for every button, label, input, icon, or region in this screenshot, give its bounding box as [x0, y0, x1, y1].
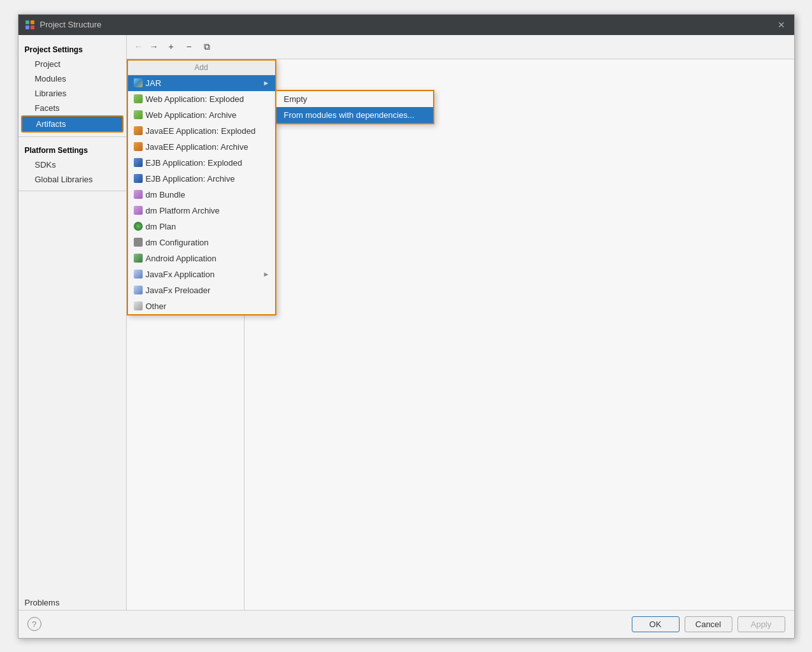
sidebar-item-facets[interactable]: Facets — [21, 101, 124, 115]
left-panel: Add JAR ► Empty From modules with depend… — [127, 59, 245, 610]
dropdown-item-javafx-preloader[interactable]: JavaFx Preloader — [128, 282, 275, 298]
submenu-item-empty[interactable]: Empty — [276, 91, 433, 107]
svg-rect-3 — [31, 25, 34, 29]
add-button[interactable]: + — [164, 39, 179, 54]
window-title: Project Structure — [40, 20, 102, 29]
sidebar-item-modules[interactable]: Modules — [21, 71, 124, 86]
bottom-bar: ? OK Cancel Apply — [18, 610, 794, 638]
ejb-icon-1 — [133, 157, 143, 168]
project-structure-icon — [25, 20, 35, 30]
project-settings-label: Project Settings — [18, 43, 126, 57]
javaee-icon-1 — [133, 126, 143, 136]
dropdown-item-web-archive[interactable]: Web Application: Archive — [128, 107, 275, 123]
submenu-item-from-modules[interactable]: From modules with dependencies... — [276, 107, 433, 123]
sidebar-item-artifacts[interactable]: Artifacts — [21, 115, 124, 133]
javafx-icon-1 — [133, 269, 143, 279]
jar-submenu: Empty From modules with dependencies... — [275, 90, 434, 124]
dropdown-item-jar[interactable]: JAR ► Empty From modules with dependenci… — [128, 75, 275, 91]
sidebar: Project Settings Project Modules Librari… — [18, 35, 127, 610]
sidebar-divider — [18, 136, 126, 137]
sidebar-item-global-libraries[interactable]: Global Libraries — [21, 172, 124, 187]
dropdown-container: Add JAR ► Empty From modules with depend… — [127, 59, 276, 315]
submenu-arrow: ► — [263, 79, 270, 87]
android-icon — [133, 253, 143, 263]
dropdown-item-javaee-archive[interactable]: JavaEE Application: Archive — [128, 139, 275, 155]
svg-rect-0 — [25, 20, 29, 24]
dropdown-item-dm-platform-archive[interactable]: dm Platform Archive — [128, 203, 275, 219]
sidebar-item-problems[interactable]: Problems — [18, 593, 126, 610]
config-icon — [133, 237, 143, 247]
title-bar: Project Structure ✕ — [18, 15, 794, 35]
dropdown-item-javaee-exploded[interactable]: JavaEE Application: Exploded — [128, 123, 275, 139]
project-structure-dialog: Project Structure ✕ Project Settings Pro… — [18, 14, 795, 639]
javaee-icon-2 — [133, 141, 143, 152]
dropdown-item-ejb-exploded[interactable]: EJB Application: Exploded — [128, 155, 275, 171]
platform-settings-label: Platform Settings — [18, 141, 126, 157]
sidebar-item-sdks[interactable]: SDKs — [21, 157, 124, 172]
remove-button[interactable]: − — [182, 39, 197, 54]
main-area: ← → + − ⧉ Add — [127, 35, 794, 610]
add-dropdown-menu: Add JAR ► Empty From modules with depend… — [127, 59, 276, 315]
dropdown-item-dm-configuration[interactable]: dm Configuration — [128, 235, 275, 250]
back-button[interactable]: ← — [132, 40, 146, 53]
dm-icon-2 — [133, 205, 143, 215]
other-icon — [133, 301, 143, 311]
sidebar-divider-2 — [18, 191, 126, 191]
apply-button[interactable]: Apply — [737, 616, 785, 632]
copy-button[interactable]: ⧉ — [199, 39, 215, 54]
plan-icon — [133, 221, 143, 231]
ok-button[interactable]: OK — [632, 616, 680, 632]
forward-button[interactable]: → — [147, 40, 161, 53]
dropdown-item-javafx-application[interactable]: JavaFx Application ► — [128, 266, 275, 282]
dropdown-item-dm-plan[interactable]: dm Plan — [128, 219, 275, 235]
ejb-icon-2 — [133, 173, 143, 184]
toolbar: ← → + − ⧉ — [127, 35, 794, 59]
dropdown-header: Add — [128, 61, 275, 75]
dropdown-item-dm-bundle[interactable]: dm Bundle — [128, 187, 275, 203]
content-split: Add JAR ► Empty From modules with depend… — [127, 59, 794, 610]
right-panel — [245, 59, 794, 610]
close-button[interactable]: ✕ — [775, 18, 788, 31]
svg-rect-2 — [25, 25, 29, 29]
dialog-body: Project Settings Project Modules Librari… — [18, 35, 794, 610]
nav-arrows: ← → — [132, 40, 161, 53]
web-icon-2 — [133, 110, 143, 120]
dropdown-item-ejb-archive[interactable]: EJB Application: Archive — [128, 171, 275, 187]
help-button[interactable]: ? — [27, 617, 41, 631]
svg-rect-1 — [31, 20, 34, 24]
dropdown-item-other[interactable]: Other — [128, 298, 275, 314]
sidebar-item-libraries[interactable]: Libraries — [21, 86, 124, 101]
web-icon-1 — [133, 94, 143, 104]
sidebar-item-project[interactable]: Project — [21, 57, 124, 71]
dm-icon-1 — [133, 189, 143, 199]
cancel-button[interactable]: Cancel — [685, 616, 732, 632]
dropdown-item-android[interactable]: Android Application — [128, 250, 275, 266]
javafx-submenu-arrow: ► — [263, 270, 270, 278]
title-bar-left: Project Structure — [25, 20, 102, 30]
jar-icon — [133, 78, 143, 88]
dropdown-item-web-exploded[interactable]: Web Application: Exploded — [128, 91, 275, 107]
javafx-icon-2 — [133, 285, 143, 295]
